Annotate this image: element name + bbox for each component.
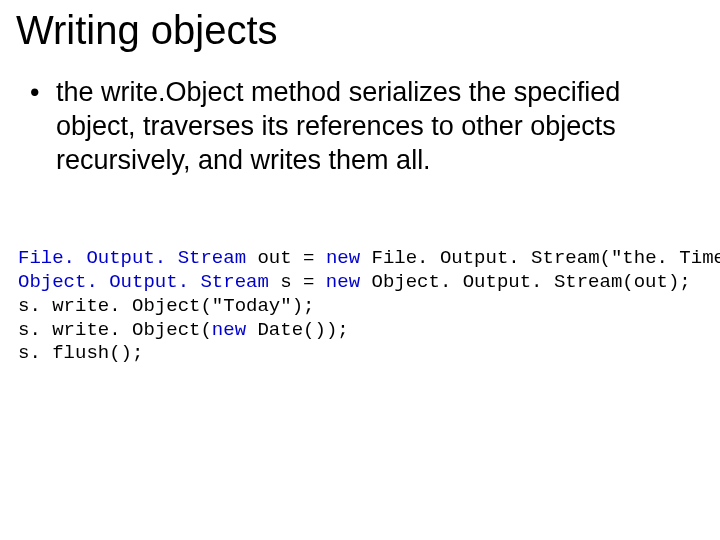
code-text: new [212, 319, 246, 341]
code-text: s. write. Object( [18, 319, 212, 341]
code-text: File. Output. Stream [18, 247, 246, 269]
code-text: s. flush(); [18, 342, 143, 364]
code-text: File. Output. Stream("the. Time"); [360, 247, 720, 269]
code-text: new [326, 271, 360, 293]
bullet-list: the write.Object method serializes the s… [30, 76, 704, 177]
slide-title: Writing objects [16, 8, 704, 52]
code-block: File. Output. Stream out = new File. Out… [18, 247, 704, 366]
code-text: new [326, 247, 360, 269]
slide: Writing objects the write.Object method … [0, 0, 720, 540]
code-text: Date()); [246, 319, 349, 341]
code-text: out = [246, 247, 326, 269]
code-text: s. write. Object("Today"); [18, 295, 314, 317]
code-text: Object. Output. Stream(out); [360, 271, 691, 293]
bullet-item: the write.Object method serializes the s… [30, 76, 704, 177]
code-text: Object. Output. Stream [18, 271, 269, 293]
code-text: s = [269, 271, 326, 293]
